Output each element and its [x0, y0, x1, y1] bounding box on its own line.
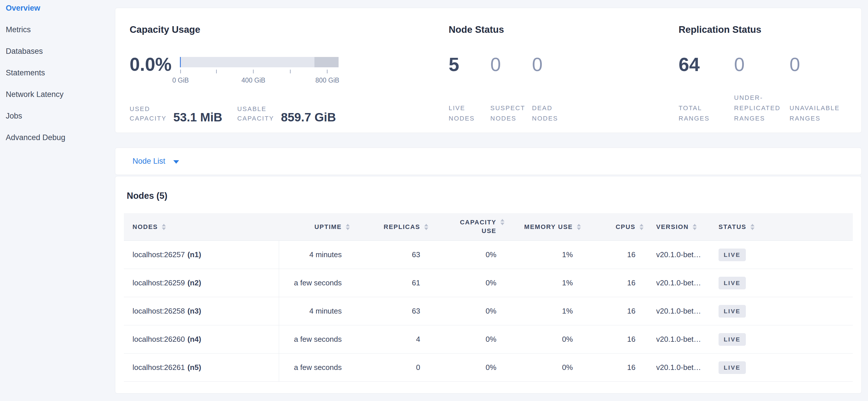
capacity-usage-title: Capacity Usage [130, 25, 449, 34]
sort-icon [500, 219, 504, 225]
column-header-nodes[interactable]: NODES [124, 213, 279, 240]
capacity-stat: USED CAPACITY 53.1 MiB [130, 104, 222, 123]
axis-tick: 400 GiB [242, 69, 265, 84]
node-list-dropdown[interactable]: Node List [115, 148, 862, 175]
cluster-overview-page: Overview Metrics Databases Statements Ne… [0, 0, 868, 401]
node-address: localhost:26258 [132, 307, 185, 316]
replicas-cell: 0 [350, 353, 428, 381]
node-list-dropdown-label: Node List [132, 157, 165, 166]
axis-tick: 800 GiB [315, 69, 339, 84]
capacity-stat-label: USED CAPACITY [130, 104, 167, 123]
status-badge: LIVE [718, 277, 746, 289]
node-id: (n2) [187, 279, 201, 287]
sidebar-item[interactable]: Databases [6, 47, 113, 56]
memory-use-cell: 1% [504, 241, 581, 269]
node-status-section: Node Status 5 LIVE NODES 0 [449, 8, 679, 133]
node-status-stat: 5 LIVE NODES [449, 57, 490, 124]
stat-label-wrap: LIVE NODES [449, 92, 490, 124]
stat-label: UNDER-REPLICATED RANGES [734, 93, 789, 124]
axis-tick-mark [180, 69, 181, 74]
node-address-cell: localhost:26261 (n5) [124, 353, 279, 381]
status-badge: LIVE [718, 333, 746, 346]
axis-tick-label: 0 GiB [172, 77, 189, 84]
capacity-usage-section: Capacity Usage 0.0% [130, 8, 449, 133]
capacity-stat-value: 859.7 GiB [281, 112, 336, 123]
nodes-table: NODES UPTIME REPLICAS CAPACITY USE [124, 213, 853, 382]
capacity-stats: USED CAPACITY 53.1 MiB USABLE CAPACITY 8… [130, 104, 449, 123]
uptime-cell: a few seconds [279, 325, 350, 353]
sidebar-item[interactable]: Metrics [6, 25, 113, 34]
replicas-cell: 4 [350, 325, 428, 353]
cpus-cell: 16 [581, 269, 644, 297]
sidebar-nav: Overview Metrics Databases Statements Ne… [0, 4, 113, 155]
stat-value: 64 [679, 57, 734, 72]
memory-use-cell: 0% [504, 325, 581, 353]
chevron-down-icon [173, 160, 179, 164]
uptime-cell: 4 minutes [279, 241, 350, 269]
table-row: localhost:26261 (n5) a few seconds 0 0% … [124, 353, 853, 382]
node-address-cell: localhost:26259 (n2) [124, 269, 279, 297]
cpus-cell: 16 [581, 325, 644, 353]
sort-icon [162, 224, 166, 230]
axis-tick [216, 69, 217, 77]
table-row: localhost:26258 (n3) 4 minutes 63 0% 1% … [124, 297, 853, 325]
sidebar-item[interactable]: Advanced Debug [6, 133, 113, 142]
column-header-replicas[interactable]: REPLICAS [350, 213, 428, 240]
sort-icon [577, 224, 581, 230]
column-header-cpus[interactable]: CPUS [581, 213, 644, 240]
capacity-bar-track [180, 57, 339, 67]
table-row: localhost:26260 (n4) a few seconds 4 0% … [124, 325, 853, 353]
status-cell: LIVE [710, 241, 853, 269]
node-address: localhost:26259 [132, 279, 185, 287]
axis-tick-mark [253, 69, 254, 74]
sidebar-item[interactable]: Statements [6, 68, 113, 77]
capacity-use-cell: 0% [428, 353, 504, 381]
column-header-uptime[interactable]: UPTIME [279, 213, 350, 240]
node-id: (n4) [187, 335, 201, 344]
column-header-status[interactable]: STATUS [710, 213, 853, 240]
sidebar-item[interactable]: Overview [6, 4, 113, 12]
uptime-cell: 4 minutes [279, 297, 350, 325]
status-cell: LIVE [710, 353, 853, 381]
version-cell: v20.1.0-bet… [644, 269, 710, 297]
stat-label-wrap: UNDER-REPLICATED RANGES [734, 92, 789, 124]
replication-stat: 0 UNAVAILABLE RANGES [789, 57, 845, 124]
stat-label: SUSPECT NODES [490, 103, 532, 124]
replication-stat: 64 TOTAL RANGES [679, 57, 734, 124]
node-status-stats: 5 LIVE NODES 0 SUSPECT NODES [449, 57, 679, 124]
node-id: (n5) [187, 363, 201, 372]
capacity-bar-area: 0 GiB 400 GiB [180, 57, 339, 90]
column-header-capacity-use[interactable]: CAPACITY USE [428, 213, 504, 240]
sort-icon [346, 224, 350, 230]
uptime-cell: a few seconds [279, 353, 350, 381]
axis-tick-label: 400 GiB [242, 77, 265, 84]
sort-icon [693, 224, 697, 230]
sidebar-item[interactable]: Jobs [6, 112, 113, 120]
stat-label: LIVE NODES [449, 103, 490, 124]
stat-value: 0 [789, 57, 845, 72]
status-cell: LIVE [710, 297, 853, 325]
cpus-cell: 16 [581, 353, 644, 381]
capacity-use-cell: 0% [428, 269, 504, 297]
stat-label: UNAVAILABLE RANGES [789, 103, 845, 124]
status-cell: LIVE [710, 325, 853, 353]
capacity-bar-used-segment [180, 57, 181, 67]
table-header-row: NODES UPTIME REPLICAS CAPACITY USE [124, 213, 853, 241]
capacity-stat: USABLE CAPACITY 859.7 GiB [237, 104, 336, 123]
sidebar-item[interactable]: Network Latency [6, 90, 113, 99]
axis-tick-mark [290, 69, 290, 74]
capacity-stat-value: 53.1 MiB [173, 112, 222, 123]
node-status-title: Node Status [449, 25, 679, 34]
stat-label: TOTAL RANGES [679, 103, 734, 124]
version-cell: v20.1.0-bet… [644, 297, 710, 325]
node-address-cell: localhost:26260 (n4) [124, 325, 279, 353]
stat-label-wrap: SUSPECT NODES [490, 92, 532, 124]
column-header-version[interactable]: VERSION [644, 213, 710, 240]
memory-use-cell: 1% [504, 269, 581, 297]
node-address-cell: localhost:26258 (n3) [124, 297, 279, 325]
cluster-summary-card: Capacity Usage 0.0% [115, 8, 862, 133]
stat-label: DEAD NODES [532, 103, 574, 124]
sort-icon [640, 224, 644, 230]
node-id: (n3) [187, 307, 201, 316]
column-header-memory-use[interactable]: MEMORY USE [504, 213, 581, 240]
